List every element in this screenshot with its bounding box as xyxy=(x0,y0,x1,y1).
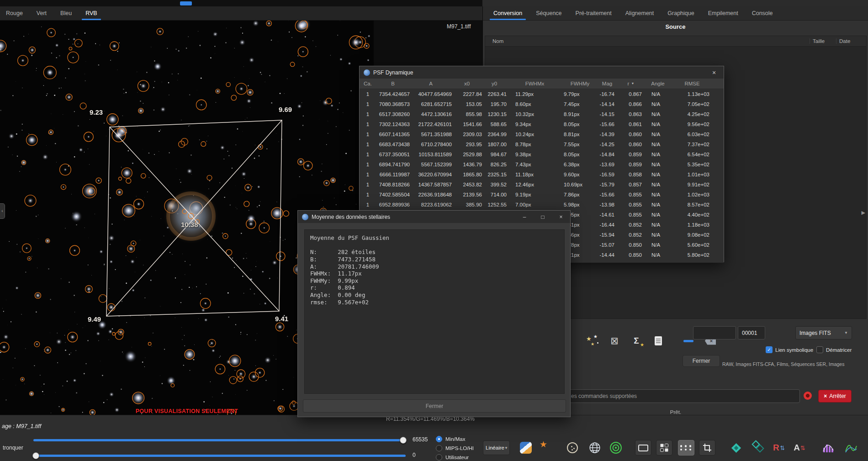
psf-col-a[interactable]: A xyxy=(410,81,452,86)
psf-row[interactable]: 16952.8899368223.619062385.901252.557.00… xyxy=(360,200,724,210)
file-col-nom[interactable]: Nom xyxy=(485,38,810,44)
siril-app: RougeVertBleuRVB 9.23 9.69 9.49 9.41 10.… xyxy=(0,0,868,461)
photometry-target-icon[interactable] xyxy=(608,440,624,456)
doc-shape xyxy=(655,336,662,345)
psf-row[interactable]: 16737.35005110153.8115892529.88984.679.3… xyxy=(360,149,724,159)
panel-tab-console[interactable]: Console xyxy=(746,6,779,20)
sum-stars-icon[interactable]: Σ★ xyxy=(628,334,645,348)
star-mask-toggle-icon[interactable] xyxy=(678,440,694,456)
close-icon[interactable]: × xyxy=(552,211,570,223)
panel-tab-sequence[interactable]: Séquence xyxy=(530,6,567,20)
sigma-shape: Σ★ xyxy=(628,334,645,348)
file-col-taille[interactable]: Taille xyxy=(810,38,836,44)
psf-col-mag[interactable]: Mag xyxy=(597,81,617,86)
psf-row[interactable]: 17408.81826614367.5878572453.82399.5212.… xyxy=(360,180,724,190)
debayer-checkbox[interactable]: ✓ xyxy=(816,346,823,353)
layers-shape xyxy=(750,440,767,456)
psf-col-fwhmy[interactable]: FWHMy xyxy=(563,81,597,86)
psf-col-y0[interactable]: y0 xyxy=(482,81,507,86)
radio-utilisateur[interactable]: Utilisateur xyxy=(436,454,474,461)
chevron-down-icon: ▼ xyxy=(504,446,508,450)
stop-button[interactable]: × Arrêter xyxy=(818,390,852,403)
panel-close-button[interactable]: Fermer xyxy=(683,355,720,367)
psf-col-angle[interactable]: Angle xyxy=(645,81,671,86)
low-slider-knob[interactable] xyxy=(32,452,39,459)
layers-icon[interactable] xyxy=(750,440,767,456)
debayer-label: Dématricer xyxy=(826,347,852,353)
symlink-checkbox[interactable]: ✓ xyxy=(766,346,773,353)
globe-shape xyxy=(587,440,603,456)
start-index-input[interactable] xyxy=(738,326,765,339)
maximize-icon[interactable]: □ xyxy=(534,211,552,223)
radio-mips-lo-hi[interactable]: MIPS-LO/HI xyxy=(436,445,474,452)
grid-toggle-icon[interactable] xyxy=(656,440,672,456)
minimize-icon[interactable]: – xyxy=(515,211,534,223)
psf-col-fwhmx[interactable]: FWHMx xyxy=(507,81,563,86)
low-level-value: 0 xyxy=(413,452,416,458)
star-detection-icon[interactable]: ★★ xyxy=(538,440,555,456)
color-levels-icon[interactable] xyxy=(518,440,534,456)
astrometry-globe-icon[interactable] xyxy=(587,440,603,456)
debayer-option: ✓ Dématricer xyxy=(816,346,852,353)
aberration-inspector-icon[interactable] xyxy=(728,440,744,456)
sequence-name-input[interactable] xyxy=(693,326,736,339)
psf-col-rmse[interactable]: RMSE xyxy=(671,81,713,86)
low-level-slider[interactable] xyxy=(33,455,406,457)
palette-shape xyxy=(520,442,532,454)
mean-close-button[interactable]: Fermer xyxy=(303,399,566,413)
psf-col-r[interactable]: r▼ xyxy=(617,81,645,86)
crop-toggle-icon[interactable] xyxy=(699,440,715,456)
check-icon: ✓ xyxy=(767,347,771,352)
psf-row[interactable]: 16517.3082604472.130616855.981230.1510.3… xyxy=(360,109,724,119)
scale-mode-dropdown[interactable]: Linéaire ▼ xyxy=(483,440,510,455)
output-format-value: Images FITS xyxy=(799,330,831,336)
amplitude-arrows-icon[interactable]: A⇅ xyxy=(791,440,808,456)
psf-row[interactable]: 17354.42465740477.6549692227.842263.4111… xyxy=(360,89,724,99)
mean-dialog-titlebar[interactable]: Moyenne des données stellaires – □ × xyxy=(298,211,570,223)
select-all-icon[interactable]: ⊠ xyxy=(606,334,623,348)
psf-row[interactable]: 16607.1413655671.3519882309.032364.9910.… xyxy=(360,129,724,139)
radio-min-max[interactable]: Min/Max xyxy=(436,435,474,443)
psf-col-b[interactable]: B xyxy=(376,81,410,86)
panel-tab-alignement[interactable]: Alignement xyxy=(619,6,660,20)
psf-dialog-close-button[interactable]: × xyxy=(704,66,724,79)
background-samples-icon[interactable] xyxy=(564,440,581,456)
panel-tabs: ConversionSéquencePré-traitementAligneme… xyxy=(483,6,868,21)
panel-collapse-handle[interactable]: ‹ xyxy=(0,203,5,219)
add-stars-icon[interactable]: ★★★ xyxy=(584,334,601,348)
psf-row[interactable]: 17402.58550422636.9186482139.56714.009.1… xyxy=(360,190,724,200)
panel-expand-handle[interactable]: ▶ xyxy=(862,210,865,216)
psf-row[interactable]: 17080.3685736281.652715153.05195.708.60p… xyxy=(360,99,724,109)
psf-col-ca[interactable]: Ca. xyxy=(360,81,376,86)
curves-icon[interactable] xyxy=(843,440,859,456)
stop-script-icon[interactable] xyxy=(804,392,812,400)
channel-tab-rouge[interactable]: Rouge xyxy=(0,6,29,20)
high-level-slider[interactable] xyxy=(33,439,406,441)
channel-tab-bleu[interactable]: Bleu xyxy=(54,6,78,20)
psf-row[interactable]: 16894.7417905567.1523991436.79826.257.43… xyxy=(360,159,724,170)
truncate-label: tronquer xyxy=(3,445,23,451)
psf-dialog-titlebar[interactable]: PSF Dynamique × xyxy=(360,66,724,79)
psf-col-x0[interactable]: x0 xyxy=(452,81,482,86)
file-col-date[interactable]: Date xyxy=(836,38,866,44)
output-format-dropdown[interactable]: Images FITS ▼ xyxy=(795,326,852,339)
high-slider-knob[interactable] xyxy=(400,437,407,444)
hist-shape xyxy=(820,440,836,456)
channel-tab-rvb[interactable]: RVB xyxy=(79,6,103,20)
panel-tab-graphique[interactable]: Graphique xyxy=(662,6,700,20)
supported-formats-hint: RAW, Images FITS-CFA, Films, Séquences S… xyxy=(722,361,867,367)
frame-shape xyxy=(635,440,651,455)
psf-row[interactable]: 16666.11998736220.6709941865.802325.1511… xyxy=(360,170,724,180)
psf-row[interactable]: 17302.12436321722.4261011541.66588.659.3… xyxy=(360,119,724,129)
export-list-icon[interactable] xyxy=(650,334,667,348)
channel-tab-vert[interactable]: Vert xyxy=(31,6,53,20)
achan-shape: A⇅ xyxy=(791,440,808,456)
source-title: Source xyxy=(483,23,868,30)
panel-tab-conversion[interactable]: Conversion xyxy=(487,6,528,20)
red-channel-arrows-icon[interactable]: R⇅ xyxy=(771,440,787,456)
panel-tab-empilement[interactable]: Empilement xyxy=(702,6,744,20)
panel-tab-pre-traitement[interactable]: Pré-traitement xyxy=(570,6,618,20)
psf-row[interactable]: 16683.4734386710.278400293.951807.008.78… xyxy=(360,139,724,149)
frame-toggle-icon[interactable] xyxy=(635,440,651,456)
histogram-icon[interactable] xyxy=(820,440,836,456)
